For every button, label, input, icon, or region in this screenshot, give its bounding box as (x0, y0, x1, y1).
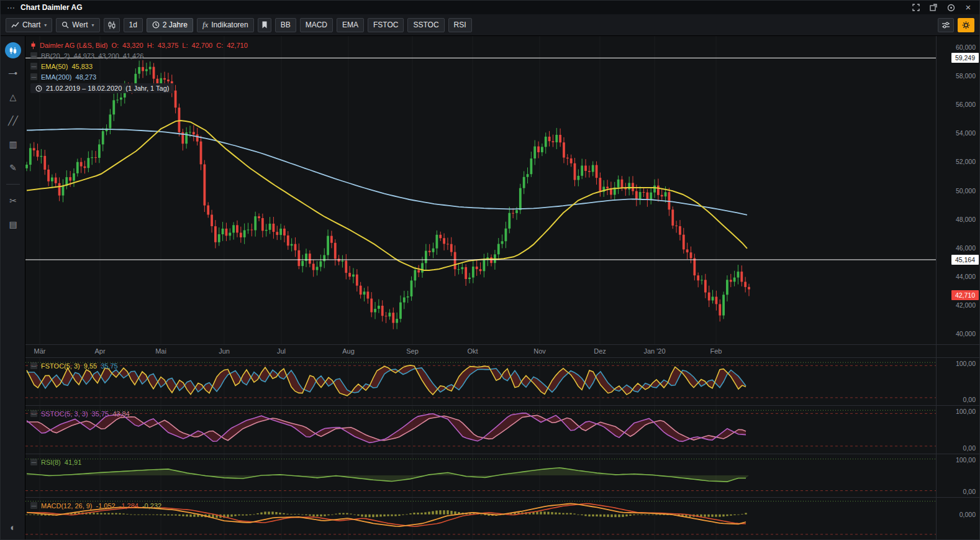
macd-axis[interactable]: 0,000 (936, 498, 979, 540)
price-tick: 58,000 (956, 72, 976, 80)
series-candle-icon (30, 42, 36, 49)
price-tick: 56,000 (956, 101, 976, 108)
fstoc-chart (25, 358, 936, 405)
fstoc-pane[interactable]: — FSTOC(5, 3) 9,55 35,75 100,000,00 (25, 358, 979, 406)
rsi-legend: — RSI(8) 41,91 (30, 457, 81, 467)
chart-type-icon[interactable] (5, 42, 21, 58)
chart-menu-button[interactable]: Chart ▾ (6, 18, 52, 32)
price-pane[interactable]: Daimler AG (L&S, Bid) O:43,320 H:43,375 … (25, 36, 979, 344)
rsi-collapse-button[interactable]: — (30, 459, 37, 465)
wert-search-button[interactable]: Wert ▾ (56, 18, 99, 32)
indicators-button[interactable]: fx Indikatoren (197, 18, 254, 32)
preset-macd-button[interactable]: MACD (300, 18, 333, 32)
price-tick: 50,000 (956, 187, 976, 194)
month-label: Sep (406, 347, 419, 355)
layout-tool-icon[interactable]: ▤ (4, 216, 22, 233)
drawing-toolbar: ─• △ ╱╱ ▥ ✎ ✂ ▤ ◐ (1, 36, 25, 540)
ema50-legend-row: — EMA(50) 45,833 (30, 61, 248, 71)
candlestick-icon (107, 21, 116, 29)
indicator-axis-tick: 0,00 (963, 444, 976, 452)
trend-channel-tool-icon[interactable]: ╱╱ (4, 112, 22, 129)
preset-ema-button[interactable]: EMA (337, 18, 364, 32)
cut-tool-icon[interactable]: ✂ (4, 192, 22, 209)
window-settings-icon[interactable] (946, 2, 956, 12)
sstoc-legend: — SSTOC(5, 3, 3) 35,75 43,84 (30, 408, 130, 419)
macd-pane[interactable]: — MACD(12, 26, 9) -1,052 -1,284 -0,232 0… (25, 498, 979, 540)
bookmark-icon (261, 21, 268, 29)
month-label: Mai (155, 347, 166, 355)
ema200-label: EMA(200) (41, 73, 72, 81)
preset-fstoc-button[interactable]: FSTOC (368, 18, 404, 32)
line-chart-icon (11, 22, 19, 29)
interval-button[interactable]: 1d (124, 18, 143, 32)
macd-collapse-button[interactable]: — (30, 502, 37, 509)
month-label: Apr (94, 347, 105, 355)
low-value: 42,700 (192, 42, 213, 49)
fstoc-axis[interactable]: 100,000,00 (936, 358, 979, 405)
month-label: Jan '20 (643, 347, 665, 355)
rsi-chart (25, 454, 936, 497)
price-tick: 40,000 (956, 330, 976, 337)
annotation-tool-icon[interactable]: ✎ (4, 159, 22, 176)
preset-rsi-button[interactable]: RSI (448, 18, 472, 32)
settings-gear-button[interactable] (958, 18, 974, 32)
ema200-collapse-button[interactable]: — (30, 73, 37, 80)
preset-sstoc-button[interactable]: SSTOC (407, 18, 444, 32)
sstoc-chart (25, 406, 936, 454)
month-label: Jul (277, 347, 286, 355)
bb-label: BB(20, 2) (41, 52, 70, 60)
rsi-pane[interactable]: — RSI(8) 41,91 100,000,00 (25, 454, 979, 498)
ema50-label: EMA(50) (41, 63, 68, 70)
instrument-legend-row: Daimler AG (L&S, Bid) O:43,320 H:43,375 … (30, 40, 248, 50)
horizontal-line-tool-icon[interactable]: ─• (4, 65, 22, 82)
titlebar: ⋯ Chart Daimler AG × (1, 1, 979, 14)
month-label: Dez (594, 347, 606, 355)
fullscreen-icon[interactable] (911, 2, 921, 12)
bb-legend-row: — BB(20, 2) 44,973 43,200 41,426 (30, 50, 248, 61)
sstoc-axis[interactable]: 100,000,00 (936, 406, 979, 454)
axis-corner (936, 345, 979, 357)
indicator-axis-tick: 100,00 (956, 456, 976, 464)
price-plot[interactable]: Daimler AG (L&S, Bid) O:43,320 H:43,375 … (25, 36, 936, 344)
time-axis[interactable]: MärAprMaiJunJulAugSepOktNovDezJan '20Feb (25, 345, 936, 357)
sidebar-divider (6, 184, 20, 185)
chart-style-button[interactable] (104, 18, 120, 32)
price-tick: 44,000 (956, 273, 976, 280)
chart-stack: Daimler AG (L&S, Bid) O:43,320 H:43,375 … (25, 36, 979, 540)
range-button[interactable]: 2 Jahre (147, 18, 193, 32)
high-value: 43,375 (158, 42, 179, 49)
bb-collapse-button[interactable]: — (30, 52, 37, 59)
price-tick: 52,000 (956, 158, 976, 165)
sstoc-collapse-button[interactable]: — (30, 410, 37, 417)
indicator-axis-tick: 100,00 (956, 408, 976, 415)
popout-icon[interactable] (928, 2, 938, 12)
rsi-axis[interactable]: 100,000,00 (936, 454, 979, 497)
chart-legend: Daimler AG (L&S, Bid) O:43,320 H:43,375 … (30, 40, 248, 93)
ema50-collapse-button[interactable]: — (30, 63, 37, 70)
chart-tune-button[interactable] (938, 18, 954, 32)
fstoc-label: FSTOC(5, 3) (41, 362, 80, 370)
range-label: 2 Jahre (163, 21, 188, 29)
month-label: Mär (34, 347, 46, 355)
price-tick: 42,000 (956, 301, 976, 309)
interval-label: 1d (129, 21, 137, 29)
sstoc-pane[interactable]: — SSTOC(5, 3, 3) 35,75 43,84 100,000,00 (25, 406, 979, 454)
date-range-detail: (1 Jahr, 1 Tag) (125, 85, 169, 92)
price-tick: 54,000 (956, 129, 976, 137)
price-tick: 46,000 (956, 244, 976, 252)
window-menu-icon[interactable]: ⋯ (7, 3, 15, 12)
triangle-tool-icon[interactable]: △ (4, 88, 22, 106)
bookmark-button[interactable] (258, 18, 271, 32)
close-icon[interactable]: × (963, 2, 973, 12)
histogram-tool-icon[interactable]: ▥ (4, 135, 22, 153)
indicator-axis-tick: 0,00 (963, 396, 976, 403)
month-label: Feb (710, 347, 722, 355)
theme-toggle-icon[interactable]: ◐ (4, 518, 22, 536)
preset-bb-button[interactable]: BB (275, 18, 296, 32)
sstoc-label: SSTOC(5, 3, 3) (41, 410, 88, 418)
price-axis[interactable]: 60,00058,00056,00054,00052,00050,00048,0… (936, 36, 979, 344)
open-value: 43,320 (122, 42, 143, 49)
chevron-down-icon: ▾ (91, 22, 94, 28)
chart-menu-label: Chart (22, 21, 40, 29)
fstoc-collapse-button[interactable]: — (30, 362, 37, 369)
